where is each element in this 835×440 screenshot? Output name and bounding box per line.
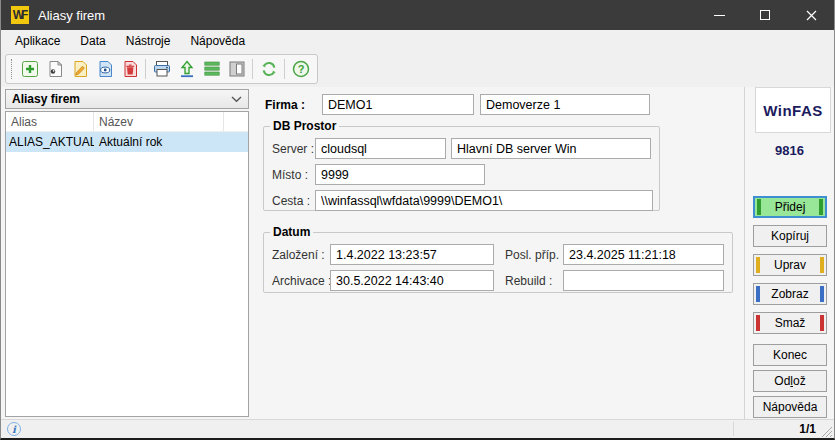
zalozeni-label: Založení : [272,248,325,262]
toolbar-add-button[interactable] [17,57,42,82]
cesta-field[interactable] [315,190,653,211]
firma-code-field[interactable] [322,94,474,115]
toolbar-print-button[interactable] [149,57,174,82]
odloz-label-post: ož [793,374,806,388]
list-icon [202,59,222,79]
alias-list-header: Alias Název [6,112,248,132]
odloz-button[interactable]: Odlož [753,370,827,392]
zobraz-button[interactable]: Zobraz [753,283,827,305]
task-number: 9816 [745,143,834,158]
napoveda-button[interactable]: Nápověda [753,396,827,418]
odloz-label-pre: Od [774,374,790,388]
toolbar-view-button[interactable] [92,57,117,82]
db-prostor-legend: DB Prostor [270,119,339,133]
toolbar-group: ? [5,54,318,84]
toolbar-panel-button[interactable] [224,57,249,82]
left-panel: Aliasy firem Alias Název ALIAS_AKTUALN A… [1,87,253,419]
kopiruj-button[interactable]: Kopíruj [753,225,827,247]
toolbar-list-button[interactable] [199,57,224,82]
uprav-button[interactable]: Uprav [753,254,827,276]
menu-data[interactable]: Data [70,32,115,50]
server-label: Server : [272,142,314,156]
toolbar-export-button[interactable] [174,57,199,82]
column-header-alias[interactable]: Alias [6,112,94,132]
cell-alias: ALIAS_AKTUALN [6,132,94,152]
toolbar-separator [145,59,146,79]
zalozeni-field[interactable] [330,244,494,265]
maximize-button[interactable] [742,0,788,30]
close-icon [806,10,817,21]
misto-field[interactable] [315,164,485,185]
archivace-field[interactable] [330,270,494,291]
datum-group: Datum Založení : Posl. příp. : Archivace… [263,225,733,293]
chevron-down-icon [231,96,242,103]
toolbar-drag-handle[interactable] [11,59,12,79]
winfas-logo-box: WinFAS [755,87,831,133]
toolbar-help-button[interactable]: ? [288,57,313,82]
window-title: Aliasy firem [38,8,105,23]
page-indicator: 1/1 [799,422,816,436]
column-header-spacer [224,112,248,132]
copy-icon [45,59,65,79]
smaz-button[interactable]: Smaž [753,312,827,334]
toolbar-delete-button[interactable] [117,57,142,82]
toolbar-copy-button[interactable] [42,57,67,82]
export-icon [177,59,197,79]
window-controls [696,0,834,30]
pridej-button[interactable]: Přidej [753,196,827,218]
statusbar-separator [733,422,734,436]
resize-grip[interactable] [821,426,833,438]
cell-nazev: Aktuální rok [94,132,224,152]
toolbar-refresh-button[interactable] [256,57,281,82]
server-desc-field[interactable] [451,138,651,159]
delete-icon [120,59,140,79]
titlebar[interactable]: WF Aliasy firem [1,0,834,30]
help-icon: ? [291,59,311,79]
add-icon [20,59,40,79]
firma-label: Firma : [265,98,305,112]
db-prostor-group: DB Prostor Server : Místo : Cesta : [263,119,660,211]
statusbar: i 1/1 [1,419,834,438]
konec-button[interactable]: Konec [753,344,827,366]
main-area: Aliasy firem Alias Název ALIAS_AKTUALN A… [1,87,834,419]
minimize-button[interactable] [696,0,742,30]
server-field[interactable] [315,138,446,159]
alias-list: Alias Název ALIAS_AKTUALN Aktuální rok [5,111,249,417]
archivace-label: Archivace : [272,274,331,288]
refresh-icon [259,59,279,79]
rebuild-field[interactable] [563,270,724,291]
close-button[interactable] [788,0,834,30]
toolbar-edit-button[interactable] [67,57,92,82]
app-window: WF Aliasy firem Aplikace Data Nástroje N… [0,0,835,440]
toolbar-separator [252,59,253,79]
detail-form: Firma : DB Prostor Server : Místo : Cest… [253,87,744,419]
print-icon [152,59,172,79]
table-row[interactable]: ALIAS_AKTUALN Aktuální rok [6,132,248,152]
column-header-nazev[interactable]: Název [94,112,224,132]
action-panel: WinFAS 9816 Přidej Kopíruj Uprav Zobraz … [744,87,834,419]
alias-view-combobox[interactable]: Aliasy firem [5,89,249,109]
cesta-label: Cesta : [272,194,310,208]
svg-text:?: ? [297,63,304,75]
menu-aplikace[interactable]: Aplikace [5,32,70,50]
edit-icon [70,59,90,79]
menubar: Aplikace Data Nástroje Nápověda [1,30,834,51]
rebuild-label: Rebuild : [505,274,552,288]
maximize-icon [760,10,770,20]
menu-napoveda[interactable]: Nápověda [180,32,255,50]
info-icon: i [7,422,21,436]
combobox-value: Aliasy firem [12,92,80,106]
minimize-icon [714,15,725,16]
misto-label: Místo : [272,168,308,182]
posl-prip-field[interactable] [563,244,724,265]
firma-name-field[interactable] [480,94,650,115]
winfas-logo-text: WinFAS [763,102,823,119]
view-icon [95,59,115,79]
winfas-logo-icon: WF [11,6,29,24]
datum-legend: Datum [270,225,313,239]
menu-nastroje[interactable]: Nástroje [116,32,181,50]
toolbar-separator [284,59,285,79]
posl-prip-label: Posl. příp. : [505,248,566,262]
toolbar: ? [1,51,834,87]
panel-icon [227,59,247,79]
